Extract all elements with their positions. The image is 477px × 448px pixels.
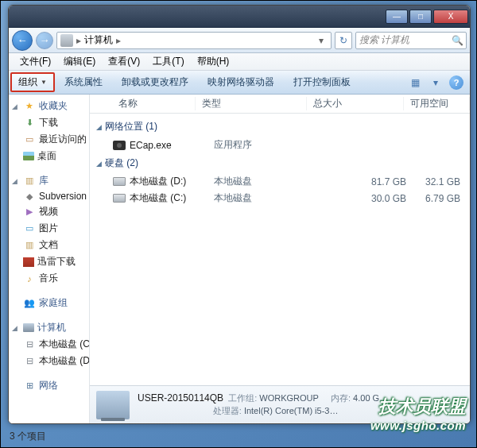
group-label: 网络位置 (1) — [105, 120, 157, 133]
search-icon: 🔍 — [452, 35, 463, 46]
music-icon: ♪ — [23, 273, 36, 284]
open-control-panel-button[interactable]: 打开控制面板 — [284, 75, 360, 89]
sidebar-item-video[interactable]: ▶视频 — [9, 203, 89, 220]
desktop-icon — [23, 152, 34, 160]
menubar: 文件(F) 编辑(E) 查看(V) 工具(T) 帮助(H) — [9, 53, 470, 71]
sidebar-item-label: 下载 — [39, 116, 58, 129]
breadcrumb[interactable]: ▸ 计算机 ▸ ▾ — [56, 32, 332, 49]
sidebar-item-desktop[interactable]: 桌面 — [9, 148, 89, 164]
breadcrumb-sep-2[interactable]: ▸ — [116, 35, 121, 46]
sidebar-label: 库 — [39, 174, 48, 187]
sidebar-label: 家庭组 — [39, 296, 68, 310]
drive-icon: ⊟ — [23, 356, 36, 367]
sidebar: ◢ ★ 收藏夹 ⬇下载 ▭最近访问的 桌面 ◢ ▥ 库 ◆Subversion … — [9, 95, 90, 423]
video-icon: ▶ — [23, 207, 36, 218]
body-area: ◢ ★ 收藏夹 ⬇下载 ▭最近访问的 桌面 ◢ ▥ 库 ◆Subversion … — [9, 95, 470, 423]
cpu-value: Intel(R) Core(TM) i5-3… — [244, 406, 339, 415]
memory-label: 内存: — [331, 393, 351, 403]
minimize-button[interactable]: — — [386, 10, 408, 24]
item-total: 30.0 GB — [325, 193, 422, 204]
cpu-label: 处理器: — [213, 406, 242, 415]
nav-back-button[interactable]: ← — [12, 30, 33, 51]
details-text: USER-20150114QB 工作组: WORKGROUP 内存: 4.00 … — [138, 392, 388, 417]
drive-icon — [112, 192, 126, 205]
computer-large-icon — [96, 391, 130, 419]
sidebar-homegroup[interactable]: 👥 家庭组 — [9, 295, 89, 311]
sidebar-favorites[interactable]: ◢ ★ 收藏夹 — [9, 98, 89, 114]
sidebar-label: 计算机 — [37, 321, 66, 334]
sidebar-label: 收藏夹 — [39, 99, 68, 113]
sidebar-item-label: 文档 — [39, 238, 58, 252]
homegroup-icon: 👥 — [23, 298, 36, 309]
collapse-icon: ◢ — [12, 177, 20, 185]
menu-edit[interactable]: 编辑(E) — [57, 55, 102, 68]
sidebar-item-downloads[interactable]: ⬇下载 — [9, 114, 89, 131]
list-item-drive-c[interactable]: 本地磁盘 (C:) 本地磁盘 30.0 GB 6.79 GB — [90, 190, 470, 207]
group-hard-disks[interactable]: ◢ 硬盘 (2) — [90, 153, 470, 173]
item-free: 6.79 GB — [422, 193, 470, 204]
explorer-window: — □ X ← → ▸ 计算机 ▸ ▾ ↻ 搜索 计算机 🔍 文件(F) 编辑(… — [8, 5, 471, 424]
maximize-button[interactable]: □ — [409, 10, 432, 24]
refresh-button[interactable]: ↻ — [335, 32, 352, 49]
library-icon: ▥ — [23, 176, 36, 187]
sidebar-item-recent[interactable]: ▭最近访问的 — [9, 131, 89, 148]
breadcrumb-dropdown[interactable]: ▾ — [315, 35, 328, 46]
menu-view[interactable]: 查看(V) — [102, 55, 146, 68]
sidebar-item-music[interactable]: ♪音乐 — [9, 270, 89, 287]
organize-button[interactable]: 组织 ▼ — [10, 72, 55, 92]
help-icon[interactable]: ? — [449, 75, 463, 90]
computer-name: USER-20150114QB — [138, 392, 223, 404]
column-total-size[interactable]: 总大小 — [307, 97, 404, 110]
titlebar[interactable]: — □ X — [9, 6, 470, 28]
star-icon: ★ — [23, 101, 36, 112]
menu-tools[interactable]: 工具(T) — [146, 55, 190, 68]
memory-value: 4.00 G… — [353, 393, 388, 403]
sidebar-item-pictures[interactable]: ▭图片 — [9, 220, 89, 237]
item-type: 应用程序 — [214, 138, 325, 152]
uninstall-programs-button[interactable]: 卸载或更改程序 — [112, 75, 198, 89]
list-item-drive-d[interactable]: 本地磁盘 (D:) 本地磁盘 81.7 GB 32.1 GB — [90, 173, 470, 190]
list-item-ecap[interactable]: ECap.exe 应用程序 — [90, 137, 470, 153]
group-network-location[interactable]: ◢ 网络位置 (1) — [90, 117, 470, 137]
close-button[interactable]: X — [433, 10, 468, 24]
breadcrumb-sep[interactable]: ▸ — [76, 35, 81, 46]
system-properties-button[interactable]: 系统属性 — [55, 75, 112, 89]
computer-icon — [23, 323, 34, 332]
item-type: 本地磁盘 — [214, 175, 325, 188]
search-input[interactable]: 搜索 计算机 🔍 — [355, 32, 467, 49]
sidebar-item-drive-d[interactable]: ⊟本地磁盘 (D — [9, 353, 89, 369]
computer-icon — [60, 34, 73, 47]
sidebar-network[interactable]: ⊞ 网络 — [9, 377, 89, 394]
map-network-drive-button[interactable]: 映射网络驱动器 — [198, 75, 284, 89]
sidebar-computer[interactable]: ◢ 计算机 — [9, 319, 89, 336]
item-type: 本地磁盘 — [214, 191, 325, 205]
status-item-count: 3 个项目 — [10, 430, 46, 443]
sidebar-item-xunlei[interactable]: 迅雷下载 — [9, 253, 89, 270]
menu-help[interactable]: 帮助(H) — [191, 55, 236, 68]
sidebar-item-label: 桌面 — [37, 149, 56, 163]
sidebar-item-documents[interactable]: ▥文档 — [9, 237, 89, 253]
group-label: 硬盘 (2) — [105, 156, 138, 170]
sidebar-item-label: 本地磁盘 (C — [39, 338, 89, 351]
item-name: 本地磁盘 (D:) — [130, 175, 214, 188]
view-mode-icon[interactable]: ▦ — [408, 75, 422, 90]
menu-file[interactable]: 文件(F) — [14, 55, 57, 68]
sidebar-item-label: 本地磁盘 (D — [39, 354, 89, 368]
breadcrumb-current[interactable]: 计算机 — [84, 33, 113, 47]
item-total: 81.7 GB — [325, 176, 422, 187]
view-mode-dropdown[interactable]: ▾ — [429, 75, 443, 90]
xunlei-icon — [23, 257, 34, 267]
sidebar-item-drive-c[interactable]: ⊟本地磁盘 (C — [9, 336, 89, 353]
details-pane: USER-20150114QB 工作组: WORKGROUP 内存: 4.00 … — [90, 385, 470, 423]
column-name[interactable]: 名称 — [112, 97, 196, 110]
svn-icon: ◆ — [23, 191, 36, 202]
item-free: 32.1 GB — [422, 176, 470, 187]
network-icon: ⊞ — [23, 380, 36, 392]
nav-forward-button[interactable]: → — [36, 32, 53, 49]
column-type[interactable]: 类型 — [196, 97, 307, 110]
sidebar-item-subversion[interactable]: ◆Subversion — [9, 189, 89, 203]
column-free-space[interactable]: 可用空间 — [404, 97, 470, 110]
collapse-icon: ◢ — [12, 102, 20, 110]
sidebar-libraries[interactable]: ◢ ▥ 库 — [9, 172, 89, 189]
item-name: ECap.exe — [130, 140, 214, 151]
